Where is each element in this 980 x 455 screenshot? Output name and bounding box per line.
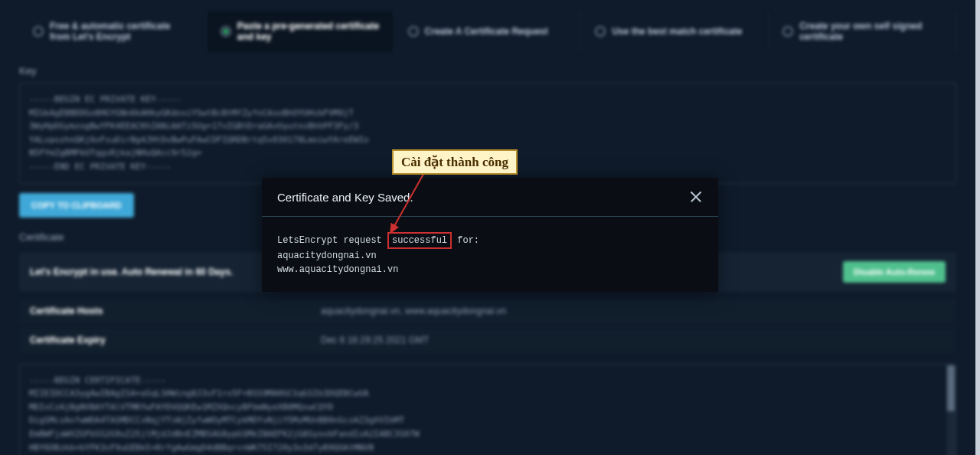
cert-hosts-label: Certificate Hosts xyxy=(30,306,321,316)
cert-line: EmBWFjaWXZGFbSS2G9uZ25jlMjdJdBnEZMBSAG8y… xyxy=(29,427,946,441)
radio-icon xyxy=(220,26,231,37)
modal-body: LetsEncrypt request successful for: aqua… xyxy=(262,217,718,292)
renewal-text: Let's Encrypt in use. Auto Renewal in 60… xyxy=(30,267,233,277)
radio-icon xyxy=(595,26,606,37)
cert-hosts-value: aquacitydongnai.vn, www.aquacitydongnai.… xyxy=(321,306,506,316)
tab-best-match[interactable]: Use the best match certificate xyxy=(581,11,769,51)
scrollbar[interactable] xyxy=(946,365,956,455)
key-line: MIGkAgEBBDDGo8HGYGNn6kAHkyGKdoviYSwtBcBt… xyxy=(29,106,946,120)
msg-suffix: for: xyxy=(457,235,479,246)
tab-label: Create A Certificate Request xyxy=(425,26,548,37)
tab-self-signed[interactable]: Create your own self signed certificate xyxy=(769,11,956,51)
key-line: YALvpozhnQKj6oFsuDirBg4JHtDvBwPuFAwCDFIQ… xyxy=(29,133,946,147)
cert-expiry-label: Certificate Expiry xyxy=(30,335,321,345)
cert-hosts-row: Certificate Hosts aquacitydongnai.vn, ww… xyxy=(19,298,956,324)
cert-expiry-row: Certificate Expiry Dec 6 16:29:25 2021 G… xyxy=(19,327,956,353)
cert-expiry-value: Dec 6 16:29:25 2021 GMT xyxy=(321,335,429,345)
modal-title: Certificate and Key Saved. xyxy=(277,191,413,204)
cert-textarea[interactable]: -----BEGIN CERTIFICATE----- MIIEIDCCA3yg… xyxy=(19,364,956,455)
tab-label: Free & automatic certificate from Let's … xyxy=(50,21,192,42)
tab-paste-cert[interactable]: Paste a pre-generated certificate and ke… xyxy=(207,11,394,51)
msg-success: successful xyxy=(387,232,452,249)
cert-line: MDIxCzAjBgNVBAYTAlVTMRYwFAYDVQQKEw1MZXQn… xyxy=(29,401,946,414)
cert-line: HBY6DBzkb+bYFK3sF9uGEBk5+RrfgAwGmgD4dBBq… xyxy=(29,441,946,455)
tab-label: Create your own self signed certificate xyxy=(799,21,942,42)
scrollbar-thumb[interactable] xyxy=(947,365,955,411)
modal-domain: aquacitydongnai.vn xyxy=(277,249,703,263)
cert-line: MIIEIDCCA3ygAwIBAgISA+aSqLSHWing8J3sF1rv… xyxy=(29,387,946,401)
modal-header: Certificate and Key Saved. xyxy=(262,178,718,217)
modal-domain: www.aquacitydongnai.vn xyxy=(277,263,703,277)
close-icon[interactable] xyxy=(689,190,703,204)
save-confirmation-modal: Certificate and Key Saved. LetsEncrypt r… xyxy=(262,178,718,292)
key-line: 3WyHpDGymzogBwYFK4EEACKhZANiAATi5Ug+17vI… xyxy=(29,119,946,133)
tab-create-request[interactable]: Create A Certificate Request xyxy=(394,11,582,51)
msg-prefix: LetsEncrypt request xyxy=(277,235,382,246)
cert-line: -----BEGIN CERTIFICATE----- xyxy=(29,374,946,388)
copy-button[interactable]: COPY TO CLIPBOARD xyxy=(19,193,134,218)
cert-line: DigSMczAxfwWDA4TASMDCCxNqjYTsWjZyfwWOyMT… xyxy=(29,414,946,427)
radio-icon xyxy=(782,26,793,37)
radio-icon xyxy=(408,26,419,37)
modal-message: LetsEncrypt request successful for: xyxy=(277,232,703,249)
tab-lets-encrypt[interactable]: Free & automatic certificate from Let's … xyxy=(19,11,207,51)
tab-label: Use the best match certificate xyxy=(612,26,742,37)
tab-label: Paste a pre-generated certificate and ke… xyxy=(237,21,380,42)
cert-tabs: Free & automatic certificate from Let's … xyxy=(19,11,956,51)
radio-icon xyxy=(33,26,44,37)
key-line: -----BEGIN EC PRIVATE KEY----- xyxy=(29,93,946,106)
key-label: Key xyxy=(19,65,956,77)
annotation-callout: Cài đặt thành công xyxy=(392,149,518,175)
disable-auto-renew-button[interactable]: Disable Auto-Renew xyxy=(843,261,946,283)
